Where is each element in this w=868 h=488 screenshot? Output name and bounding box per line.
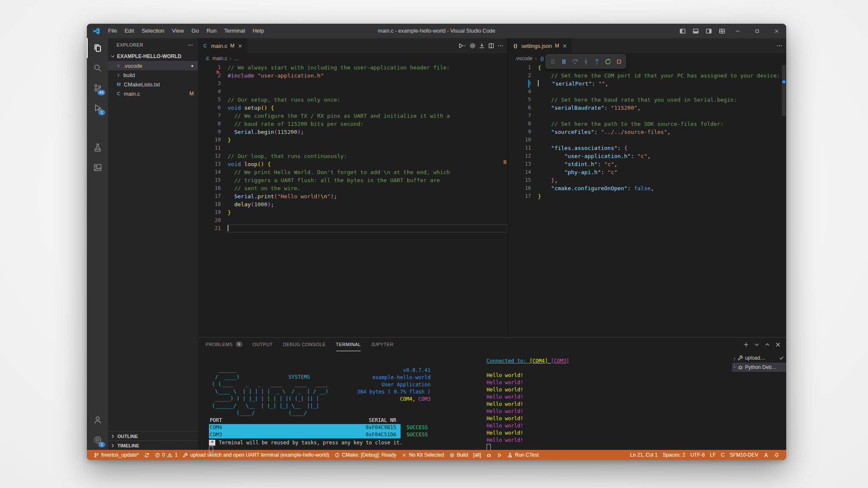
status-cursor-position[interactable]: Ln 21, Col 1	[628, 450, 660, 460]
tab-settings-json[interactable]: {}settings.jsonM	[508, 38, 572, 53]
toggle-panel-icon[interactable]	[692, 28, 699, 35]
code-line[interactable]: 11 "files.associations": {	[508, 144, 786, 152]
file-row-CMakeListstxt[interactable]: MCMakeLists.txt	[108, 80, 198, 89]
section-timeline[interactable]: TIMELINE	[108, 441, 198, 450]
customize-layout-icon[interactable]	[718, 28, 726, 35]
code-line[interactable]: 14 // We print Hello World. Don't forget…	[198, 168, 507, 176]
debug-step-out[interactable]	[592, 56, 602, 67]
panel-tab-problems[interactable]: PROBLEMS1	[206, 338, 242, 351]
code-line[interactable]: 5 // Set here the baud rate that you use…	[508, 96, 786, 104]
code-line[interactable]: 18 delay(1000);	[198, 200, 507, 208]
code-line[interactable]: 7	[508, 112, 786, 120]
terminal-profiles-icon[interactable]	[754, 341, 760, 348]
code-line[interactable]: 4	[508, 88, 786, 96]
overview-ruler[interactable]	[781, 64, 786, 337]
menu-run[interactable]: Run	[203, 24, 220, 38]
toggle-sidebar-icon[interactable]	[679, 28, 686, 35]
code-line[interactable]: 4	[198, 88, 507, 96]
code-line[interactable]: 9 Serial.begin(115200);	[198, 128, 507, 136]
file-row-vscode[interactable]: .vscode●	[108, 61, 198, 70]
split-editor[interactable]	[488, 42, 495, 49]
status-eol[interactable]: LF	[707, 450, 718, 460]
maximize-button[interactable]	[747, 24, 767, 38]
code-line[interactable]: 13 "stdint.h": "c",	[508, 160, 786, 168]
panel-tab-jupyter[interactable]: JUPYTER	[371, 338, 393, 351]
breadcrumb-item[interactable]: .vscode	[515, 55, 532, 61]
code-line[interactable]: 6 "serialBaudrate": "115200",	[508, 104, 786, 112]
code-line[interactable]: 16 // sent on the wire.	[198, 184, 507, 192]
code-line[interactable]: 11	[198, 144, 507, 152]
code-editor-settings-json[interactable]: 1{2 // Set here the COM port id that you…	[508, 64, 786, 337]
breadcrumb-item[interactable]: Cmain.c	[205, 55, 227, 61]
code-line[interactable]: 17}	[508, 192, 786, 200]
activity-testing[interactable]	[87, 138, 108, 158]
activity-manage[interactable]: 1	[87, 430, 108, 450]
code-line[interactable]: 21	[198, 225, 507, 233]
code-line[interactable]: 12 "user-application.h": "c",	[508, 152, 786, 160]
code-line[interactable]: 2 // Set here the COM port id that your …	[508, 72, 786, 80]
debug-stop[interactable]	[614, 56, 624, 67]
status-cmake-debug[interactable]	[484, 450, 494, 460]
code-line[interactable]: 20	[198, 216, 507, 225]
code-line[interactable]: 15 // triggers a UART flush: all the byt…	[198, 176, 507, 184]
run-settings-gear[interactable]	[469, 42, 476, 49]
terminal-upload-task[interactable]: ______ / ____) SYSTEMS ( (____ _ _ ____ …	[198, 351, 482, 450]
file-row-mainc[interactable]: Cmain.cM	[108, 89, 198, 98]
activity-explorer[interactable]	[87, 38, 108, 58]
more-actions[interactable]	[497, 42, 504, 49]
status-device-target[interactable]: SFM10-DEV	[727, 450, 761, 460]
code-line[interactable]: 10	[508, 136, 786, 144]
status-indentation[interactable]: Spaces: 2	[660, 450, 688, 460]
download-upload[interactable]	[479, 42, 485, 49]
code-editor-main-c[interactable]: 1// We always start with including the u…	[198, 64, 507, 337]
code-line[interactable]: 8 // Set here the path to the SDK source…	[508, 120, 786, 128]
panel-tab-debug-console[interactable]: DEBUG CONSOLE	[283, 338, 326, 351]
code-line[interactable]: 19}	[198, 208, 507, 216]
overview-ruler[interactable]	[502, 64, 507, 337]
status-git-branch[interactable]: freertos_update*	[91, 450, 142, 460]
debug-step-into[interactable]	[581, 56, 591, 67]
activity-accounts[interactable]	[87, 410, 108, 430]
status-cmake-launch[interactable]	[494, 450, 505, 460]
terminal-list-item-upload[interactable]: ┌upload…	[732, 353, 786, 363]
menu-view[interactable]: View	[168, 24, 188, 38]
activity-source-control[interactable]: 44	[87, 78, 108, 98]
status-feedback[interactable]	[761, 450, 771, 460]
more-actions[interactable]	[776, 42, 783, 49]
minimize-button[interactable]	[728, 24, 747, 38]
activity-extensions[interactable]	[87, 118, 108, 138]
close-button[interactable]	[767, 24, 786, 38]
code-line[interactable]: 6void setup() {	[198, 104, 507, 112]
code-line[interactable]: 12// Our loop, that runs continuously:	[198, 152, 507, 160]
code-line[interactable]: 3 "serialPort": "",	[508, 80, 786, 88]
code-line[interactable]: 5// Our setup, that runs only once:	[198, 96, 507, 104]
file-row-build[interactable]: build	[108, 70, 198, 80]
tab-main-c[interactable]: Cmain.cM	[198, 38, 247, 53]
status-notifications[interactable]	[771, 450, 782, 460]
code-line[interactable]: 2#include "user-application.h"	[198, 72, 507, 80]
debug-step-over[interactable]	[570, 56, 580, 67]
code-line[interactable]: 1// We always start with including the u…	[198, 64, 507, 72]
activity-search[interactable]	[87, 58, 108, 78]
explorer-more-actions-icon[interactable]	[187, 42, 194, 48]
panel-tab-terminal[interactable]: TERMINAL	[336, 338, 361, 351]
maximize-panel-icon[interactable]	[764, 341, 771, 348]
menu-go[interactable]: Go	[188, 24, 203, 38]
activity-image-preview[interactable]	[87, 158, 108, 177]
terminal-list-item-PythonDeb[interactable]: └Python Deb…	[732, 363, 786, 372]
workspace-root[interactable]: EXAMPLE-HELLO-WORLD	[108, 52, 198, 61]
code-line[interactable]: 13void loop() {	[198, 160, 507, 168]
code-line[interactable]: 3	[198, 80, 507, 88]
close-panel-icon[interactable]	[775, 341, 781, 348]
code-line[interactable]: 17 Serial.print("Hello world!\n");	[198, 192, 507, 200]
debug-pause[interactable]	[559, 56, 569, 67]
new-terminal-icon[interactable]	[743, 341, 749, 348]
code-line[interactable]: 10}	[198, 136, 507, 144]
section-outline[interactable]: OUTLINE	[108, 431, 198, 441]
status-encoding[interactable]: UTF-8	[688, 450, 707, 460]
tab-close-icon[interactable]	[237, 43, 243, 49]
breadcrumb-item[interactable]: …	[234, 55, 239, 61]
code-line[interactable]: 8 // baud rate of 115200 bits per second…	[198, 120, 507, 128]
status-sync-changes[interactable]	[142, 450, 152, 460]
status-problems[interactable]: 01	[152, 450, 180, 460]
